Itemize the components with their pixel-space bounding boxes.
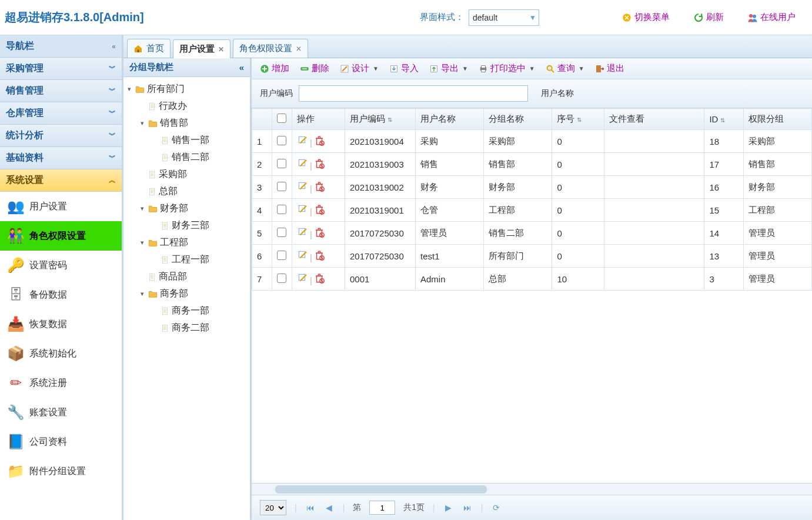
- tree-node[interactable]: 销售一部: [147, 132, 248, 149]
- refresh-link[interactable]: 刷新: [693, 12, 724, 23]
- table-wrap[interactable]: 操作用户编码⇅用户名称分组名称序号⇅文件查看ID⇅权限分组 1|20210319…: [252, 108, 812, 483]
- tree-node[interactable]: 商务二部: [147, 319, 248, 336]
- nav-item-2[interactable]: 仓库管理︾: [0, 102, 122, 125]
- sidebar-item-6[interactable]: ✏系统注册: [0, 368, 122, 398]
- col-header-9[interactable]: 权限分组: [743, 109, 811, 130]
- tree-node[interactable]: 商品部: [136, 268, 248, 285]
- tab-1[interactable]: 用户设置✕: [173, 39, 230, 58]
- col-header-6[interactable]: 序号⇅: [552, 109, 604, 130]
- row-checkbox[interactable]: [277, 159, 286, 168]
- tree-node[interactable]: 采购部: [136, 166, 248, 183]
- delete-row-button[interactable]: [313, 204, 325, 215]
- col-header-8[interactable]: ID⇅: [704, 109, 743, 130]
- query-button[interactable]: 查询▼: [546, 63, 584, 74]
- sidebar-item-8[interactable]: 📘公司资料: [0, 427, 122, 456]
- import-button[interactable]: 导入: [389, 63, 419, 74]
- tree-node[interactable]: 行政办: [136, 98, 248, 115]
- close-icon[interactable]: ✕: [218, 45, 224, 54]
- sidebar-item-1[interactable]: 👫角色权限设置: [0, 221, 122, 251]
- edit-button[interactable]: [297, 181, 309, 192]
- switch-menu-link[interactable]: 切换菜单: [621, 12, 670, 23]
- delete-row-button[interactable]: [313, 226, 325, 238]
- row-checkbox[interactable]: [277, 182, 286, 191]
- group-tree-header[interactable]: 分组导航栏 «: [123, 58, 250, 77]
- table-row[interactable]: 4|20210319001仓管工程部015工程部: [252, 199, 812, 222]
- col-header-2[interactable]: 操作: [292, 109, 345, 130]
- table-row[interactable]: 6|20170725030test1所有部门013管理员: [252, 245, 812, 268]
- table-row[interactable]: 2|20210319003销售销售部017销售部: [252, 153, 812, 176]
- tree-node[interactable]: ▾销售部: [136, 115, 248, 132]
- page-size-select[interactable]: 20: [260, 500, 286, 515]
- prev-page-button[interactable]: ◀: [324, 503, 335, 512]
- edit-button[interactable]: [297, 135, 309, 146]
- col-header-1[interactable]: [272, 109, 292, 130]
- delete-button[interactable]: 删除: [300, 63, 329, 74]
- edit-button[interactable]: [297, 249, 309, 261]
- delete-row-button[interactable]: [313, 181, 325, 192]
- refresh-page-button[interactable]: ⟳: [491, 503, 502, 512]
- delete-row-button[interactable]: [313, 249, 325, 261]
- delete-row-button[interactable]: [313, 158, 325, 169]
- select-all-checkbox[interactable]: [277, 114, 286, 123]
- table-row[interactable]: 1|20210319004采购采购部018采购部: [252, 130, 812, 153]
- sidebar-item-7[interactable]: 🔧账套设置: [0, 398, 122, 427]
- edit-button[interactable]: [297, 226, 309, 238]
- tab-0[interactable]: 首页: [127, 39, 171, 58]
- row-checkbox[interactable]: [277, 228, 286, 237]
- tree-toggle-icon[interactable]: ▾: [139, 290, 146, 298]
- sidebar-item-2[interactable]: 🔑设置密码: [0, 251, 122, 280]
- add-button[interactable]: 增加: [260, 63, 289, 74]
- tree-toggle-icon[interactable]: ▾: [126, 85, 133, 93]
- sidebar-item-5[interactable]: 📦系统初始化: [0, 339, 122, 368]
- sidebar-item-4[interactable]: 📥恢复数据: [0, 309, 122, 339]
- sidebar-item-0[interactable]: 👥用户设置: [0, 192, 122, 221]
- tree-node[interactable]: 工程一部: [147, 251, 248, 268]
- online-users-link[interactable]: 在线用户: [747, 12, 796, 23]
- horizontal-scrollbar[interactable]: [252, 483, 812, 495]
- edit-button[interactable]: [297, 204, 309, 215]
- tree-node[interactable]: 财务三部: [147, 217, 248, 234]
- edit-button[interactable]: [297, 158, 309, 169]
- edit-button[interactable]: [297, 272, 309, 284]
- row-checkbox[interactable]: [277, 274, 286, 283]
- tree-node[interactable]: 总部: [136, 183, 248, 200]
- nav-item-0[interactable]: 采购管理︾: [0, 58, 122, 80]
- col-header-5[interactable]: 分组名称: [484, 109, 552, 130]
- delete-row-button[interactable]: [313, 135, 325, 146]
- table-row[interactable]: 3|20210319002财务财务部016财务部: [252, 176, 812, 199]
- exit-button[interactable]: 退出: [595, 63, 624, 74]
- sidebar-item-3[interactable]: 🗄备份数据: [0, 280, 122, 309]
- sidebar-item-9[interactable]: 📁附件分组设置: [0, 456, 122, 486]
- nav-item-3[interactable]: 统计分析︾: [0, 125, 122, 147]
- row-checkbox[interactable]: [277, 136, 286, 145]
- col-header-4[interactable]: 用户名称: [416, 109, 484, 130]
- table-row[interactable]: 5|20170725030管理员销售二部014管理员: [252, 222, 812, 245]
- ui-style-select[interactable]: default ▼: [469, 9, 539, 26]
- row-checkbox[interactable]: [277, 251, 286, 260]
- nav-item-1[interactable]: 销售管理︾: [0, 80, 122, 102]
- last-page-button[interactable]: ⏭: [462, 503, 473, 512]
- tree-node[interactable]: 销售二部: [147, 149, 248, 166]
- col-header-0[interactable]: [252, 109, 272, 130]
- print-selected-button[interactable]: 打印选中▼: [479, 63, 535, 74]
- nav-header[interactable]: 导航栏 «: [0, 35, 122, 58]
- col-header-3[interactable]: 用户编码⇅: [345, 109, 416, 130]
- row-checkbox[interactable]: [277, 205, 286, 214]
- nav-item-4[interactable]: 基础资料︾: [0, 147, 122, 169]
- design-button[interactable]: 设计▼: [340, 63, 379, 74]
- next-page-button[interactable]: ▶: [443, 503, 454, 512]
- export-button[interactable]: 导出▼: [429, 63, 468, 74]
- page-number-input[interactable]: [369, 501, 395, 515]
- user-code-input[interactable]: [299, 85, 528, 102]
- table-row[interactable]: 7|0001Admin总部103管理员: [252, 268, 812, 291]
- close-icon[interactable]: ✕: [296, 45, 302, 53]
- tree-node[interactable]: ▾工程部: [136, 234, 248, 251]
- tree-node[interactable]: ▾所有部门: [126, 81, 248, 98]
- first-page-button[interactable]: ⏮: [305, 503, 316, 512]
- tree-node[interactable]: ▾财务部: [136, 200, 248, 217]
- scrollbar-thumb[interactable]: [275, 485, 487, 494]
- tab-2[interactable]: 角色权限设置✕: [233, 39, 308, 58]
- tree-node[interactable]: 商务一部: [147, 302, 248, 319]
- nav-item-5[interactable]: 系统设置︽: [0, 169, 122, 192]
- tree-toggle-icon[interactable]: ▾: [139, 205, 146, 212]
